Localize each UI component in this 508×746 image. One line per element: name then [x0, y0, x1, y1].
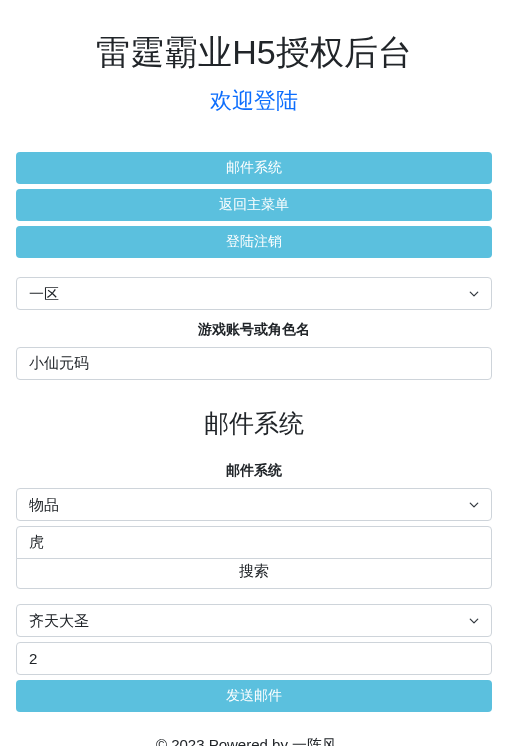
quantity-input[interactable]: [16, 642, 492, 675]
footer: © 2023 Powered by 一阵风。 2023 雷霆霸业后台: [16, 734, 492, 746]
search-input[interactable]: [16, 526, 492, 559]
account-input[interactable]: [16, 347, 492, 380]
account-label: 游戏账号或角色名: [16, 321, 492, 339]
item-select[interactable]: 齐天大圣: [16, 604, 492, 637]
search-button[interactable]: 搜索: [16, 554, 492, 589]
page-title: 雷霆霸业H5授权后台: [16, 30, 492, 76]
mail-section-title: 邮件系统: [16, 407, 492, 440]
back-main-menu-button[interactable]: 返回主菜单: [16, 189, 492, 221]
mail-type-select[interactable]: 物品: [16, 488, 492, 521]
welcome-subtitle: 欢迎登陆: [16, 86, 492, 116]
logout-button[interactable]: 登陆注销: [16, 226, 492, 258]
footer-line1: © 2023 Powered by 一阵风。: [16, 734, 492, 746]
mail-system-button[interactable]: 邮件系统: [16, 152, 492, 184]
zone-select[interactable]: 一区: [16, 277, 492, 310]
mail-system-label: 邮件系统: [16, 462, 492, 480]
send-mail-button[interactable]: 发送邮件: [16, 680, 492, 712]
